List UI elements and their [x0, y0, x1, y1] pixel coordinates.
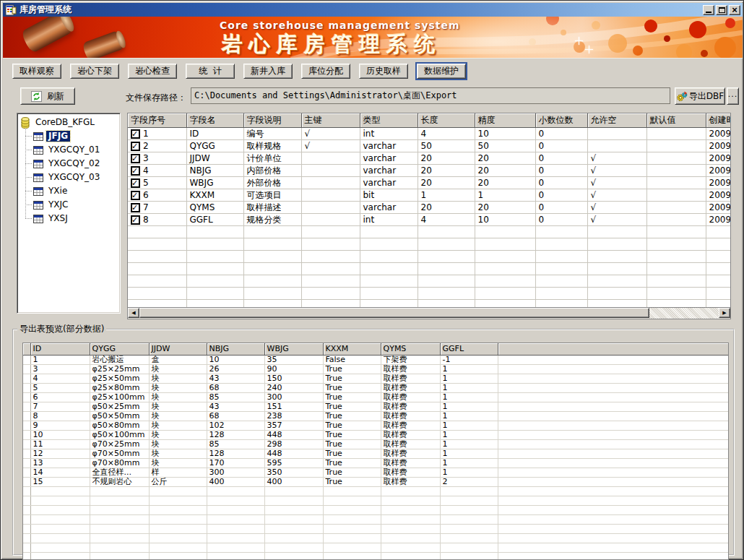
banner-subtitle: Core storehouse management system: [220, 20, 460, 31]
fields-row[interactable]: ✓7QYMS取样描述varchar20200√2009-4-: [128, 202, 731, 214]
preview-row[interactable]: 11φ70×25mm块85298True取样费1: [23, 439, 729, 449]
fields-cell-name: GGFL: [186, 214, 243, 226]
fields-empty-cell: [243, 238, 301, 251]
tree-root[interactable]: CoreDB_KFGL: [19, 116, 118, 129]
preview-cell: True: [323, 468, 381, 477]
refresh-button[interactable]: 刷新: [20, 87, 75, 105]
preview-row[interactable]: 12φ70×50mm块128448True取样费1: [23, 449, 729, 458]
checkbox-checked-icon[interactable]: ✓: [131, 154, 140, 163]
fields-cell-scale: 0: [535, 152, 587, 165]
preview-empty-cell: [149, 543, 207, 552]
preview-row[interactable]: 9φ50×80mm块102357True取样费1: [23, 421, 729, 430]
titlebar[interactable]: 库房管理系统 ×: [3, 3, 743, 17]
close-button[interactable]: ×: [729, 5, 740, 15]
maximize-button[interactable]: [716, 5, 727, 15]
fields-row[interactable]: ✓8GGFL规格分类int4100√2009-4-: [128, 214, 731, 226]
tree-item-YXie[interactable]: YXie: [19, 184, 118, 198]
toolbar-button-8[interactable]: 数据维护: [417, 64, 466, 79]
toolbar-button-5[interactable]: 新井入库: [243, 64, 293, 79]
toolbar-button-1[interactable]: 取样观察: [12, 64, 61, 79]
preview-cell: 128: [207, 430, 264, 439]
preview-cell-filler: [498, 458, 729, 468]
fields-row[interactable]: ✓6KXXM可选项目bit110√2009-4-: [128, 189, 731, 202]
toolbar-button-2[interactable]: 岩心下架: [70, 64, 119, 79]
fields-cell-prec: 50: [475, 140, 535, 152]
toolbar: 取样观察岩心下架岩心检查统 计新井入库库位分配历史取样数据维护: [3, 61, 743, 82]
preview-empty-cell: [323, 552, 381, 560]
preview-row[interactable]: 1岩心搬运盒1035False下架费-1: [23, 355, 729, 364]
tree-item-YXGCQY_03[interactable]: YXGCQY_03: [19, 171, 118, 184]
checkbox-checked-icon[interactable]: ✓: [131, 191, 140, 200]
app-icon: [5, 4, 17, 16]
fields-cell-nullable: √: [587, 189, 646, 202]
preview-row[interactable]: 5φ25×80mm块68240True取样费1: [23, 383, 729, 392]
toolbar-button-6[interactable]: 库位分配: [301, 64, 350, 79]
fields-row[interactable]: ✓2QYGG取样规格√varchar505002009-4-: [128, 140, 731, 152]
checkbox-checked-icon[interactable]: ✓: [131, 178, 140, 188]
fields-header-row: 字段序号字段名字段说明主键类型长度精度小数位数允许空默认值创建时: [128, 113, 731, 128]
fields-empty-cell: [243, 263, 301, 275]
fields-empty-cell: [360, 238, 418, 251]
preview-row[interactable]: 4φ25×50mm块43150True取样费1: [23, 374, 729, 383]
fields-table-panel: 字段序号字段名字段说明主键类型长度精度小数位数允许空默认值创建时 ✓1ID编号√…: [127, 113, 731, 308]
preview-empty-cell: [207, 543, 264, 552]
fields-cell-scale: 0: [535, 189, 587, 202]
preview-row[interactable]: 15不规则岩心公斤400400True取样费2: [23, 477, 729, 486]
scroll-thumb[interactable]: [139, 308, 649, 318]
preview-row-selector: [23, 458, 30, 468]
preview-empty-cell: [90, 505, 149, 514]
fields-cell-name: QYGG: [186, 140, 243, 152]
preview-row[interactable]: 10φ50×100mm块128448True取样费1: [23, 430, 729, 439]
minimize-button[interactable]: [703, 5, 714, 15]
checkbox-checked-icon[interactable]: ✓: [131, 129, 140, 139]
fields-cell-created: 2009-4-: [706, 214, 731, 226]
preview-empty-cell: [207, 552, 264, 560]
toolbar-button-4[interactable]: 统 计: [186, 64, 235, 79]
tree-item-YXGCQY_02[interactable]: YXGCQY_02: [19, 157, 118, 171]
tree-item-YXJC[interactable]: YXJC: [19, 198, 118, 212]
browse-button[interactable]: ...: [727, 87, 739, 105]
export-dbf-button[interactable]: 导出DBF: [675, 87, 725, 105]
preview-column-header: QYGG: [90, 343, 149, 355]
checkbox-checked-icon[interactable]: ✓: [131, 203, 140, 212]
fields-empty-cell: [535, 275, 587, 288]
fields-cell-type: varchar: [360, 177, 418, 189]
fields-empty-cell: [186, 251, 243, 263]
fields-empty-cell: [475, 288, 535, 300]
checkbox-checked-icon[interactable]: ✓: [131, 142, 140, 151]
scroll-left-button[interactable]: ◀: [128, 308, 139, 318]
preview-row[interactable]: 14全直径样...样300350True取样费1: [23, 468, 729, 477]
preview-empty-cell: [381, 496, 440, 505]
tree-item-label: YXSJ: [46, 213, 70, 224]
scroll-track[interactable]: [649, 308, 719, 319]
sparkle-icon: [585, 46, 593, 53]
fields-cell-scale: 0: [535, 214, 587, 226]
preview-row[interactable]: 3φ25×25mm块2690True取样费1: [23, 364, 729, 374]
tree-item-YXSJ[interactable]: YXSJ: [19, 212, 118, 225]
preview-empty-cell: [207, 486, 264, 496]
file-path-input[interactable]: [191, 87, 670, 104]
preview-empty-cell: [30, 524, 90, 533]
preview-cell: 8: [30, 411, 90, 421]
preview-cell: 238: [264, 411, 323, 421]
toolbar-button-3[interactable]: 岩心检查: [128, 64, 177, 79]
checkbox-checked-icon[interactable]: ✓: [131, 215, 140, 225]
toolbar-button-7[interactable]: 历史取样: [359, 64, 408, 79]
fields-row[interactable]: ✓5WBJG外部价格varchar20200√2009-4-: [128, 177, 731, 189]
preview-row[interactable]: 13φ70×80mm块170595True取样费1: [23, 458, 729, 468]
fields-cell-len: 20: [418, 177, 475, 189]
preview-cell: 68: [207, 383, 264, 392]
fields-row[interactable]: ✓4NBJG内部价格varchar20200√2009-4-: [128, 165, 731, 177]
preview-row[interactable]: 8φ50×50mm块68238True取样费1: [23, 411, 729, 421]
fields-row[interactable]: ✓3JJDW计价单位varchar20200√2009-4-: [128, 152, 731, 165]
fields-empty-cell: [418, 288, 475, 300]
scroll-right-button[interactable]: ▶: [719, 308, 730, 318]
fields-row[interactable]: ✓1ID编号√int41002009-4-: [128, 128, 731, 140]
preview-row[interactable]: 7φ50×25mm块43151True取样费1: [23, 402, 729, 411]
preview-row[interactable]: 6φ25×100mm块85300True取样费1: [23, 392, 729, 402]
preview-cell-filler: [498, 449, 729, 458]
tree-item-YXGCQY_01[interactable]: YXGCQY_01: [19, 143, 118, 157]
preview-empty-cell: [30, 496, 90, 505]
checkbox-checked-icon[interactable]: ✓: [131, 166, 140, 176]
tree-item-JFJG[interactable]: JFJG: [19, 129, 118, 143]
